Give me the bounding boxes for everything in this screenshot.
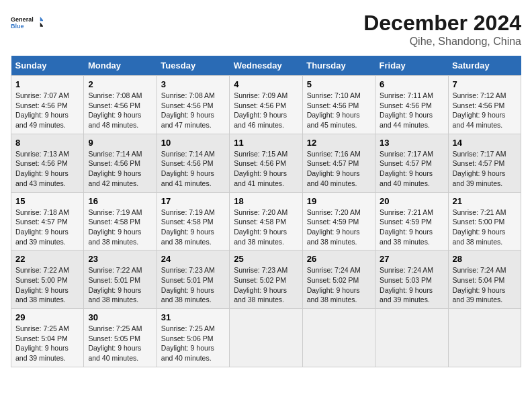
- day-number: 7: [453, 79, 517, 89]
- day-info: Sunrise: 7:09 AMSunset: 4:56 PMDaylight:…: [234, 91, 287, 129]
- day-info: Sunrise: 7:22 AMSunset: 5:01 PMDaylight:…: [88, 266, 142, 304]
- day-number: 20: [380, 196, 443, 206]
- calendar-cell: [448, 309, 521, 367]
- logo-svg: General Blue: [11, 11, 43, 38]
- day-number: 25: [234, 254, 298, 264]
- subtitle: Qihe, Shandong, China: [363, 36, 521, 48]
- day-info: Sunrise: 7:23 AMSunset: 5:02 PMDaylight:…: [234, 266, 287, 304]
- day-number: 16: [88, 196, 152, 206]
- day-number: 11: [234, 138, 298, 148]
- day-info: Sunrise: 7:18 AMSunset: 4:57 PMDaylight:…: [15, 208, 69, 246]
- day-number: 30: [88, 312, 152, 322]
- day-info: Sunrise: 7:10 AMSunset: 4:56 PMDaylight:…: [307, 91, 361, 129]
- calendar-cell: 28 Sunrise: 7:24 AMSunset: 5:04 PMDaylig…: [448, 250, 521, 309]
- calendar-cell: 23 Sunrise: 7:22 AMSunset: 5:01 PMDaylig…: [84, 250, 157, 309]
- logo: General Blue: [11, 11, 43, 38]
- svg-marker-2: [40, 17, 43, 21]
- day-info: Sunrise: 7:22 AMSunset: 5:00 PMDaylight:…: [15, 266, 69, 304]
- calendar-cell: 13 Sunrise: 7:17 AMSunset: 4:57 PMDaylig…: [375, 134, 448, 192]
- calendar-cell: 2 Sunrise: 7:08 AMSunset: 4:56 PMDayligh…: [84, 76, 157, 134]
- day-info: Sunrise: 7:24 AMSunset: 5:02 PMDaylight:…: [307, 266, 361, 304]
- day-number: 28: [453, 254, 517, 264]
- day-number: 13: [380, 138, 443, 148]
- day-number: 22: [15, 254, 79, 264]
- weekday-header-tuesday: Tuesday: [157, 56, 229, 76]
- day-info: Sunrise: 7:07 AMSunset: 4:56 PMDaylight:…: [15, 91, 69, 129]
- calendar-cell: 4 Sunrise: 7:09 AMSunset: 4:56 PMDayligh…: [230, 76, 302, 134]
- day-info: Sunrise: 7:21 AMSunset: 5:00 PMDaylight:…: [453, 208, 506, 246]
- day-number: 18: [234, 196, 298, 206]
- calendar-cell: 20 Sunrise: 7:21 AMSunset: 4:59 PMDaylig…: [375, 192, 448, 250]
- calendar-cell: 21 Sunrise: 7:21 AMSunset: 5:00 PMDaylig…: [448, 192, 521, 250]
- day-info: Sunrise: 7:25 AMSunset: 5:06 PMDaylight:…: [161, 324, 215, 362]
- day-number: 1: [15, 79, 79, 89]
- day-number: 23: [88, 254, 152, 264]
- calendar-cell: 22 Sunrise: 7:22 AMSunset: 5:00 PMDaylig…: [11, 250, 84, 309]
- calendar-week-3: 15 Sunrise: 7:18 AMSunset: 4:57 PMDaylig…: [11, 192, 521, 250]
- calendar-week-5: 29 Sunrise: 7:25 AMSunset: 5:04 PMDaylig…: [11, 309, 521, 367]
- weekday-header-saturday: Saturday: [448, 56, 521, 76]
- calendar-cell: [230, 309, 302, 367]
- svg-text:General: General: [11, 16, 34, 23]
- day-number: 8: [15, 138, 79, 148]
- calendar-cell: 15 Sunrise: 7:18 AMSunset: 4:57 PMDaylig…: [11, 192, 84, 250]
- svg-text:Blue: Blue: [11, 23, 24, 30]
- calendar-cell: 31 Sunrise: 7:25 AMSunset: 5:06 PMDaylig…: [157, 309, 229, 367]
- calendar-cell: 17 Sunrise: 7:19 AMSunset: 4:58 PMDaylig…: [157, 192, 229, 250]
- calendar-week-2: 8 Sunrise: 7:13 AMSunset: 4:56 PMDayligh…: [11, 134, 521, 192]
- day-number: 21: [453, 196, 517, 206]
- day-info: Sunrise: 7:24 AMSunset: 5:04 PMDaylight:…: [453, 266, 506, 304]
- weekday-header-friday: Friday: [375, 56, 448, 76]
- calendar-table: SundayMondayTuesdayWednesdayThursdayFrid…: [11, 56, 521, 367]
- calendar-cell: 26 Sunrise: 7:24 AMSunset: 5:02 PMDaylig…: [302, 250, 375, 309]
- day-number: 5: [307, 79, 371, 89]
- day-info: Sunrise: 7:08 AMSunset: 4:56 PMDaylight:…: [161, 91, 215, 129]
- day-info: Sunrise: 7:08 AMSunset: 4:56 PMDaylight:…: [88, 91, 142, 129]
- day-number: 29: [15, 312, 79, 322]
- day-number: 15: [15, 196, 79, 206]
- calendar-cell: 7 Sunrise: 7:12 AMSunset: 4:56 PMDayligh…: [448, 76, 521, 134]
- day-info: Sunrise: 7:19 AMSunset: 4:58 PMDaylight:…: [88, 208, 142, 246]
- day-number: 31: [161, 312, 225, 322]
- day-info: Sunrise: 7:17 AMSunset: 4:57 PMDaylight:…: [380, 150, 433, 187]
- day-info: Sunrise: 7:23 AMSunset: 5:01 PMDaylight:…: [161, 266, 215, 304]
- day-number: 24: [161, 254, 225, 264]
- calendar-cell: 9 Sunrise: 7:14 AMSunset: 4:56 PMDayligh…: [84, 134, 157, 192]
- day-number: 14: [453, 138, 517, 148]
- calendar-cell: 16 Sunrise: 7:19 AMSunset: 4:58 PMDaylig…: [84, 192, 157, 250]
- calendar-cell: 24 Sunrise: 7:23 AMSunset: 5:01 PMDaylig…: [157, 250, 229, 309]
- title-block: December 2024 Qihe, Shandong, China: [363, 11, 521, 48]
- calendar-cell: 8 Sunrise: 7:13 AMSunset: 4:56 PMDayligh…: [11, 134, 84, 192]
- calendar-week-1: 1 Sunrise: 7:07 AMSunset: 4:56 PMDayligh…: [11, 76, 521, 134]
- day-number: 17: [161, 196, 225, 206]
- day-info: Sunrise: 7:11 AMSunset: 4:56 PMDaylight:…: [380, 91, 433, 129]
- day-info: Sunrise: 7:15 AMSunset: 4:56 PMDaylight:…: [234, 150, 287, 187]
- day-info: Sunrise: 7:21 AMSunset: 4:59 PMDaylight:…: [380, 208, 433, 246]
- calendar-cell: 14 Sunrise: 7:17 AMSunset: 4:57 PMDaylig…: [448, 134, 521, 192]
- day-info: Sunrise: 7:16 AMSunset: 4:57 PMDaylight:…: [307, 150, 361, 187]
- day-info: Sunrise: 7:17 AMSunset: 4:57 PMDaylight:…: [453, 150, 506, 187]
- day-number: 19: [307, 196, 371, 206]
- day-info: Sunrise: 7:19 AMSunset: 4:58 PMDaylight:…: [161, 208, 215, 246]
- calendar-cell: 11 Sunrise: 7:15 AMSunset: 4:56 PMDaylig…: [230, 134, 302, 192]
- calendar-cell: 29 Sunrise: 7:25 AMSunset: 5:04 PMDaylig…: [11, 309, 84, 367]
- day-number: 6: [380, 79, 443, 89]
- calendar-cell: 6 Sunrise: 7:11 AMSunset: 4:56 PMDayligh…: [375, 76, 448, 134]
- calendar-cell: [302, 309, 375, 367]
- day-number: 27: [380, 254, 443, 264]
- day-info: Sunrise: 7:12 AMSunset: 4:56 PMDaylight:…: [453, 91, 506, 129]
- day-info: Sunrise: 7:25 AMSunset: 5:05 PMDaylight:…: [88, 324, 142, 362]
- calendar-cell: 18 Sunrise: 7:20 AMSunset: 4:58 PMDaylig…: [230, 192, 302, 250]
- weekday-header-row: SundayMondayTuesdayWednesdayThursdayFrid…: [11, 56, 521, 76]
- calendar-cell: 30 Sunrise: 7:25 AMSunset: 5:05 PMDaylig…: [84, 309, 157, 367]
- day-info: Sunrise: 7:25 AMSunset: 5:04 PMDaylight:…: [15, 324, 69, 362]
- day-number: 2: [88, 79, 152, 89]
- day-number: 3: [161, 79, 225, 89]
- calendar-week-4: 22 Sunrise: 7:22 AMSunset: 5:00 PMDaylig…: [11, 250, 521, 309]
- weekday-header-sunday: Sunday: [11, 56, 84, 76]
- page-header: General Blue December 2024 Qihe, Shandon…: [11, 11, 521, 48]
- weekday-header-wednesday: Wednesday: [230, 56, 302, 76]
- weekday-header-thursday: Thursday: [302, 56, 375, 76]
- day-info: Sunrise: 7:20 AMSunset: 4:58 PMDaylight:…: [234, 208, 287, 246]
- calendar-cell: 5 Sunrise: 7:10 AMSunset: 4:56 PMDayligh…: [302, 76, 375, 134]
